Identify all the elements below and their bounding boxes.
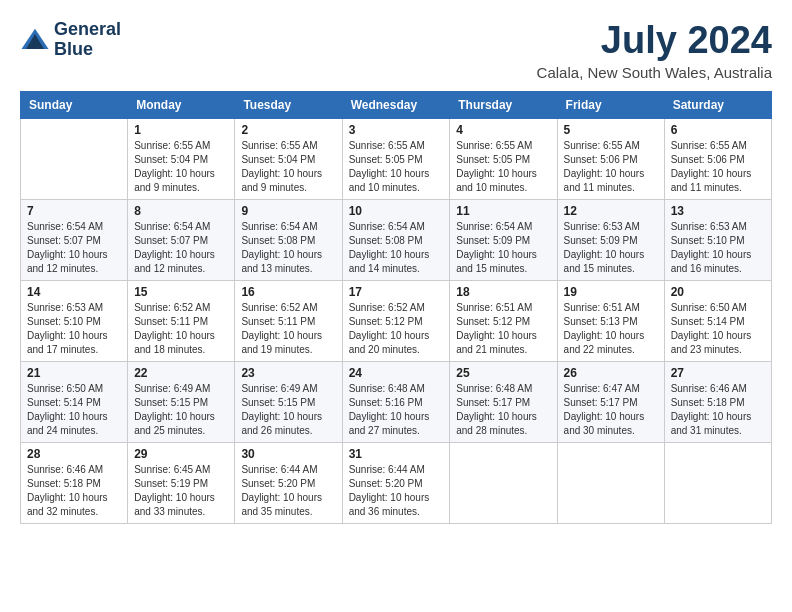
day-info: Sunrise: 6:55 AMSunset: 5:04 PMDaylight:… [241, 139, 335, 195]
weekday-header-tuesday: Tuesday [235, 91, 342, 118]
calendar-cell: 14Sunrise: 6:53 AMSunset: 5:10 PMDayligh… [21, 280, 128, 361]
calendar-cell: 27Sunrise: 6:46 AMSunset: 5:18 PMDayligh… [664, 361, 771, 442]
calendar-cell: 10Sunrise: 6:54 AMSunset: 5:08 PMDayligh… [342, 199, 450, 280]
week-row-2: 7Sunrise: 6:54 AMSunset: 5:07 PMDaylight… [21, 199, 772, 280]
week-row-1: 1Sunrise: 6:55 AMSunset: 5:04 PMDaylight… [21, 118, 772, 199]
calendar-cell: 30Sunrise: 6:44 AMSunset: 5:20 PMDayligh… [235, 442, 342, 523]
day-number: 14 [27, 285, 121, 299]
day-number: 4 [456, 123, 550, 137]
calendar-cell: 18Sunrise: 6:51 AMSunset: 5:12 PMDayligh… [450, 280, 557, 361]
day-number: 19 [564, 285, 658, 299]
weekday-header-row: SundayMondayTuesdayWednesdayThursdayFrid… [21, 91, 772, 118]
calendar-cell [21, 118, 128, 199]
weekday-header-saturday: Saturday [664, 91, 771, 118]
calendar-cell: 21Sunrise: 6:50 AMSunset: 5:14 PMDayligh… [21, 361, 128, 442]
day-info: Sunrise: 6:49 AMSunset: 5:15 PMDaylight:… [241, 382, 335, 438]
day-info: Sunrise: 6:50 AMSunset: 5:14 PMDaylight:… [27, 382, 121, 438]
calendar-cell: 25Sunrise: 6:48 AMSunset: 5:17 PMDayligh… [450, 361, 557, 442]
day-number: 10 [349, 204, 444, 218]
calendar-cell: 20Sunrise: 6:50 AMSunset: 5:14 PMDayligh… [664, 280, 771, 361]
day-info: Sunrise: 6:54 AMSunset: 5:07 PMDaylight:… [134, 220, 228, 276]
day-info: Sunrise: 6:48 AMSunset: 5:17 PMDaylight:… [456, 382, 550, 438]
calendar-cell: 8Sunrise: 6:54 AMSunset: 5:07 PMDaylight… [128, 199, 235, 280]
calendar-cell: 3Sunrise: 6:55 AMSunset: 5:05 PMDaylight… [342, 118, 450, 199]
day-number: 8 [134, 204, 228, 218]
day-number: 22 [134, 366, 228, 380]
week-row-3: 14Sunrise: 6:53 AMSunset: 5:10 PMDayligh… [21, 280, 772, 361]
calendar-cell: 6Sunrise: 6:55 AMSunset: 5:06 PMDaylight… [664, 118, 771, 199]
calendar-cell: 19Sunrise: 6:51 AMSunset: 5:13 PMDayligh… [557, 280, 664, 361]
day-info: Sunrise: 6:49 AMSunset: 5:15 PMDaylight:… [134, 382, 228, 438]
day-info: Sunrise: 6:54 AMSunset: 5:08 PMDaylight:… [349, 220, 444, 276]
day-info: Sunrise: 6:50 AMSunset: 5:14 PMDaylight:… [671, 301, 765, 357]
month-title: July 2024 [537, 20, 772, 62]
day-info: Sunrise: 6:46 AMSunset: 5:18 PMDaylight:… [27, 463, 121, 519]
calendar-cell [450, 442, 557, 523]
weekday-header-monday: Monday [128, 91, 235, 118]
day-number: 20 [671, 285, 765, 299]
day-number: 17 [349, 285, 444, 299]
day-info: Sunrise: 6:53 AMSunset: 5:10 PMDaylight:… [27, 301, 121, 357]
day-number: 3 [349, 123, 444, 137]
header: General Blue July 2024 Calala, New South… [20, 20, 772, 81]
logo-text: General Blue [54, 20, 121, 60]
day-info: Sunrise: 6:55 AMSunset: 5:04 PMDaylight:… [134, 139, 228, 195]
calendar-cell: 24Sunrise: 6:48 AMSunset: 5:16 PMDayligh… [342, 361, 450, 442]
weekday-header-sunday: Sunday [21, 91, 128, 118]
day-number: 16 [241, 285, 335, 299]
calendar-table: SundayMondayTuesdayWednesdayThursdayFrid… [20, 91, 772, 524]
day-info: Sunrise: 6:54 AMSunset: 5:09 PMDaylight:… [456, 220, 550, 276]
week-row-4: 21Sunrise: 6:50 AMSunset: 5:14 PMDayligh… [21, 361, 772, 442]
day-info: Sunrise: 6:52 AMSunset: 5:12 PMDaylight:… [349, 301, 444, 357]
calendar-cell [557, 442, 664, 523]
calendar-cell: 29Sunrise: 6:45 AMSunset: 5:19 PMDayligh… [128, 442, 235, 523]
calendar-cell: 31Sunrise: 6:44 AMSunset: 5:20 PMDayligh… [342, 442, 450, 523]
calendar-cell: 7Sunrise: 6:54 AMSunset: 5:07 PMDaylight… [21, 199, 128, 280]
day-number: 6 [671, 123, 765, 137]
day-info: Sunrise: 6:55 AMSunset: 5:05 PMDaylight:… [456, 139, 550, 195]
day-info: Sunrise: 6:47 AMSunset: 5:17 PMDaylight:… [564, 382, 658, 438]
weekday-header-thursday: Thursday [450, 91, 557, 118]
day-info: Sunrise: 6:51 AMSunset: 5:13 PMDaylight:… [564, 301, 658, 357]
calendar-cell: 4Sunrise: 6:55 AMSunset: 5:05 PMDaylight… [450, 118, 557, 199]
day-info: Sunrise: 6:53 AMSunset: 5:09 PMDaylight:… [564, 220, 658, 276]
day-info: Sunrise: 6:54 AMSunset: 5:07 PMDaylight:… [27, 220, 121, 276]
day-number: 12 [564, 204, 658, 218]
calendar-cell: 15Sunrise: 6:52 AMSunset: 5:11 PMDayligh… [128, 280, 235, 361]
calendar-cell: 2Sunrise: 6:55 AMSunset: 5:04 PMDaylight… [235, 118, 342, 199]
day-number: 26 [564, 366, 658, 380]
day-number: 9 [241, 204, 335, 218]
calendar-cell: 12Sunrise: 6:53 AMSunset: 5:09 PMDayligh… [557, 199, 664, 280]
weekday-header-wednesday: Wednesday [342, 91, 450, 118]
week-row-5: 28Sunrise: 6:46 AMSunset: 5:18 PMDayligh… [21, 442, 772, 523]
day-info: Sunrise: 6:46 AMSunset: 5:18 PMDaylight:… [671, 382, 765, 438]
day-number: 11 [456, 204, 550, 218]
location-title: Calala, New South Wales, Australia [537, 64, 772, 81]
day-number: 25 [456, 366, 550, 380]
day-number: 13 [671, 204, 765, 218]
day-number: 31 [349, 447, 444, 461]
day-info: Sunrise: 6:48 AMSunset: 5:16 PMDaylight:… [349, 382, 444, 438]
day-number: 7 [27, 204, 121, 218]
day-number: 24 [349, 366, 444, 380]
calendar-cell [664, 442, 771, 523]
day-info: Sunrise: 6:51 AMSunset: 5:12 PMDaylight:… [456, 301, 550, 357]
day-info: Sunrise: 6:44 AMSunset: 5:20 PMDaylight:… [349, 463, 444, 519]
day-number: 1 [134, 123, 228, 137]
day-info: Sunrise: 6:53 AMSunset: 5:10 PMDaylight:… [671, 220, 765, 276]
weekday-header-friday: Friday [557, 91, 664, 118]
day-info: Sunrise: 6:55 AMSunset: 5:06 PMDaylight:… [671, 139, 765, 195]
day-info: Sunrise: 6:52 AMSunset: 5:11 PMDaylight:… [241, 301, 335, 357]
day-info: Sunrise: 6:44 AMSunset: 5:20 PMDaylight:… [241, 463, 335, 519]
day-number: 23 [241, 366, 335, 380]
day-info: Sunrise: 6:52 AMSunset: 5:11 PMDaylight:… [134, 301, 228, 357]
calendar-cell: 17Sunrise: 6:52 AMSunset: 5:12 PMDayligh… [342, 280, 450, 361]
logo: General Blue [20, 20, 121, 60]
day-number: 5 [564, 123, 658, 137]
day-info: Sunrise: 6:54 AMSunset: 5:08 PMDaylight:… [241, 220, 335, 276]
calendar-cell: 9Sunrise: 6:54 AMSunset: 5:08 PMDaylight… [235, 199, 342, 280]
calendar-cell: 26Sunrise: 6:47 AMSunset: 5:17 PMDayligh… [557, 361, 664, 442]
day-number: 27 [671, 366, 765, 380]
calendar-cell: 1Sunrise: 6:55 AMSunset: 5:04 PMDaylight… [128, 118, 235, 199]
day-info: Sunrise: 6:55 AMSunset: 5:06 PMDaylight:… [564, 139, 658, 195]
